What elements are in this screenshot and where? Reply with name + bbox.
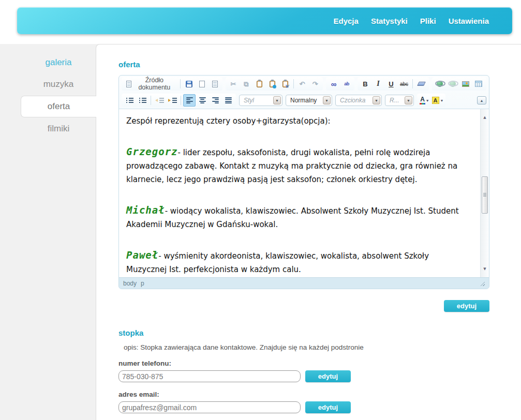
editor-status-bar: body p	[119, 277, 489, 289]
section-title-oferta: oferta	[118, 60, 521, 69]
insert-image-button[interactable]	[459, 78, 472, 90]
style-select[interactable]: Styl ▼	[239, 95, 282, 106]
chevron-down-icon: ▼	[440, 99, 444, 102]
text-color-button[interactable]: A ▼	[419, 94, 431, 107]
justify-icon	[225, 97, 232, 103]
sidebar-item-filmiki[interactable]: filmiki	[21, 118, 96, 139]
toolbar-separator	[181, 96, 181, 105]
bold-button[interactable]: B	[359, 78, 371, 90]
main-panel: oferta Źródło dokumentu ✂ ⧉	[96, 44, 521, 420]
cut-button[interactable]: ✂	[227, 78, 240, 90]
toolbar-row-1: Źródło dokumentu ✂ ⧉ W ↶ ↷	[119, 76, 489, 92]
bg-color-button[interactable]: A ▼	[431, 94, 444, 107]
email-row: edytuj	[118, 401, 521, 413]
toolbar-group-basicstyles: B I U abc	[358, 77, 429, 91]
editor-paragraph-member: Grzegorz- lider zespołu, saksofonista, d…	[126, 145, 468, 186]
editor-content[interactable]: Zespół reprezentują cztery osoby+gitarzy…	[119, 109, 489, 277]
strikethrough-button[interactable]: abc	[398, 78, 410, 90]
chevron-down-icon: ▼	[273, 96, 281, 104]
undo-icon: ↶	[300, 81, 305, 87]
outdent-button[interactable]	[153, 94, 166, 107]
paste-button[interactable]	[253, 78, 265, 90]
indent-icon	[168, 97, 177, 103]
toolbar-group-clipboard: ✂ ⧉ W ↶ ↷	[226, 77, 323, 91]
copy-icon: ⧉	[244, 81, 248, 87]
member-description: - wiodący wokalista, klawiszowiec. Absol…	[126, 206, 459, 229]
page-body: galeria muzyka oferta filmiki oferta Źró…	[0, 44, 521, 420]
element-path-p[interactable]: p	[141, 280, 144, 287]
scroll-up-icon[interactable]: ▲	[481, 111, 489, 124]
align-right-icon	[212, 97, 219, 103]
sidebar-item-oferta[interactable]: oferta	[21, 96, 96, 117]
align-left-icon	[186, 97, 193, 103]
bullet-list-button[interactable]	[136, 94, 148, 107]
element-path-body[interactable]: body	[123, 280, 137, 287]
editor-paragraph-member: Paweł- wyśmienity akordeonista, klawiszo…	[126, 248, 468, 276]
unlink-button[interactable]	[446, 78, 459, 90]
chevron-down-icon: ▼	[405, 96, 412, 104]
editor-actions: edytuj	[118, 300, 489, 312]
size-select[interactable]: R... ▼	[385, 95, 414, 106]
source-button[interactable]: Źródło dokumentu	[123, 78, 178, 90]
nav-edycja[interactable]: Edycja	[334, 17, 359, 25]
nav-pliki[interactable]: Pliki	[420, 17, 436, 25]
underline-button[interactable]: U	[385, 78, 397, 90]
format-select-label: Normalny	[290, 97, 317, 104]
toolbar-separator	[151, 96, 151, 105]
scrollbar-thumb[interactable]	[482, 176, 488, 214]
email-label: adres email:	[118, 391, 521, 398]
font-select[interactable]: Czcionka ▼	[335, 95, 382, 106]
editor-scrollbar[interactable]: ▲ ▼	[480, 109, 489, 277]
toolbar-group-find: ∞ ab	[326, 77, 354, 91]
unlink-icon	[450, 81, 456, 87]
toolbar-collapse-button[interactable]: ▲	[477, 96, 486, 104]
member-description: - wyśmienity akordeonista, klawiszowiec,…	[126, 251, 429, 274]
member-name: Michał	[126, 204, 165, 216]
format-select[interactable]: Normalny ▼	[286, 95, 332, 106]
edit-phone-button[interactable]: edytuj	[305, 370, 351, 382]
preview-icon	[212, 81, 218, 87]
new-page-button[interactable]	[196, 78, 208, 90]
paste-word-icon: W	[282, 81, 288, 87]
save-button[interactable]	[183, 78, 195, 90]
sidebar-item-galeria[interactable]: galeria	[21, 52, 96, 73]
image-icon	[462, 81, 469, 87]
remove-format-button[interactable]	[415, 78, 427, 90]
italic-button[interactable]: I	[372, 78, 384, 90]
size-select-label: R...	[390, 97, 399, 104]
find-button[interactable]: ∞	[328, 78, 340, 90]
align-right-button[interactable]	[209, 94, 221, 107]
strikethrough-icon: abc	[400, 81, 408, 87]
paste-word-button[interactable]: W	[279, 78, 291, 90]
resize-handle-icon[interactable]	[479, 280, 485, 286]
indent-button[interactable]	[166, 94, 178, 107]
save-icon	[186, 81, 192, 87]
copy-button[interactable]: ⧉	[240, 78, 252, 90]
numbered-list-button[interactable]	[123, 94, 136, 107]
bold-icon: B	[363, 80, 367, 88]
preview-button[interactable]	[209, 78, 221, 90]
nav-ustawienia[interactable]: Ustawienia	[449, 17, 489, 25]
chevron-down-icon: ▼	[373, 96, 380, 104]
outdent-icon	[155, 97, 164, 103]
source-icon	[126, 81, 131, 87]
insert-table-button[interactable]	[472, 78, 485, 90]
scroll-down-icon[interactable]: ▼	[481, 262, 489, 276]
phone-input[interactable]	[118, 370, 301, 382]
sidebar-item-muzyka[interactable]: muzyka	[21, 74, 96, 95]
link-button[interactable]	[434, 78, 446, 90]
sidebar: galeria muzyka oferta filmiki	[0, 44, 96, 420]
replace-button[interactable]: ab	[340, 78, 353, 90]
edit-offer-button[interactable]: edytuj	[444, 300, 489, 312]
email-input[interactable]	[118, 401, 301, 413]
justify-button[interactable]	[222, 94, 234, 107]
nav-statystyki[interactable]: Statystyki	[371, 17, 408, 25]
paste-text-button[interactable]	[266, 78, 278, 90]
redo-button[interactable]: ↷	[309, 78, 321, 90]
phone-label: numer telefonu:	[118, 359, 521, 367]
style-select-label: Styl	[244, 97, 254, 104]
align-left-button[interactable]	[183, 94, 196, 107]
undo-button[interactable]: ↶	[296, 78, 308, 90]
align-center-button[interactable]	[196, 94, 209, 107]
edit-email-button[interactable]: edytuj	[305, 401, 351, 413]
